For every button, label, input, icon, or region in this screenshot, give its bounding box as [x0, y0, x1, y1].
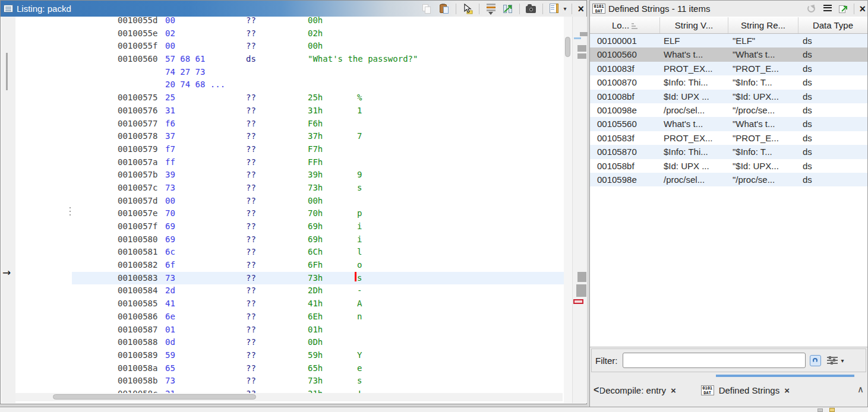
- listing-mnemonic: ??: [246, 182, 256, 195]
- listing-value: 6Ch: [308, 246, 323, 259]
- cell-repr: "$Info: T...: [733, 75, 772, 89]
- make-selection-icon[interactable]: [822, 3, 834, 15]
- cursor-location-icon[interactable]: [462, 3, 474, 15]
- listing-row[interactable]: 0010057837??37h7: [15, 130, 564, 143]
- cell-location: 001058bf: [597, 159, 635, 173]
- listing-bytes: 73: [165, 375, 175, 388]
- listing-row[interactable]: 0010057525??25h%: [15, 91, 564, 104]
- close-icon[interactable]: ×: [577, 4, 584, 14]
- diff-view-icon[interactable]: [502, 3, 514, 15]
- listing-row[interactable]: 001005866e??6Ehn: [15, 310, 564, 324]
- strings-titlebar[interactable]: 0101DAT Defined Strings - 11 items ×: [590, 1, 867, 17]
- table-row[interactable]: 00105560What's t..."What's t...ds: [590, 117, 867, 131]
- listing-row[interactable]: 0010057b39??39h9: [15, 169, 564, 182]
- listing-row[interactable]: 0010058373??73hs: [15, 272, 564, 285]
- overview-marker[interactable]: [574, 37, 581, 39]
- tab-decompile-entry[interactable]: Decompile: entry ×: [594, 385, 680, 395]
- listing-row[interactable]: 0010057f69??69hi: [15, 220, 564, 233]
- overview-cursor-marker[interactable]: [573, 299, 583, 304]
- listing-row[interactable]: 0010058701??01h: [15, 324, 564, 337]
- table-row[interactable]: 00105870$Info: Thi..."$Info: T...ds: [590, 145, 867, 159]
- listing-row[interactable]: 0010057aff??FFh: [15, 156, 564, 169]
- listing-row[interactable]: 0010057d00??00h: [15, 195, 564, 208]
- listing-row[interactable]: 0010058a65??65he: [15, 362, 564, 375]
- table-row[interactable]: 0010583fPROT_EX..."PROT_E...ds: [590, 131, 867, 145]
- column-label: String V...: [675, 20, 713, 30]
- listing-value: FFh: [308, 156, 323, 169]
- close-icon[interactable]: ×: [859, 4, 866, 14]
- snapshot-camera-icon[interactable]: [525, 3, 537, 15]
- listing-row[interactable]: 0010058069??69hi: [15, 233, 564, 246]
- listing-mnemonic: ??: [246, 220, 256, 233]
- export-icon[interactable]: [838, 4, 849, 14]
- listing-titlebar[interactable]: Listing: packd ▾ ×: [1, 1, 586, 17]
- overview-marker[interactable]: [580, 32, 588, 36]
- column-header-string-value[interactable]: String V...: [660, 17, 728, 33]
- listing-row[interactable]: 00100579f7??F7h: [15, 143, 564, 156]
- column-header-string-representation[interactable]: String Re...: [728, 17, 798, 33]
- overview-marker[interactable]: [577, 53, 586, 59]
- cell-repr: "What's t...: [733, 47, 775, 61]
- listing-row[interactable]: 001005842d??2Dh-: [15, 284, 564, 297]
- listing-display-options-icon[interactable]: [548, 3, 560, 15]
- table-row[interactable]: 0010083fPROT_EX..."PROT_E...ds: [590, 62, 867, 75]
- listing-bytes: 00: [165, 40, 175, 53]
- vertical-scrollbar-thumb[interactable]: [565, 37, 570, 57]
- table-row[interactable]: 001008bf$Id: UPX ..."$Id: UPX...ds: [590, 90, 867, 103]
- strings-table-body[interactable]: 00100001ELF"ELF"ds00100560What's t..."Wh…: [590, 34, 867, 186]
- listing-row[interactable]: 0010055f00??00h: [15, 40, 564, 53]
- paste-icon[interactable]: [438, 3, 450, 15]
- listing-row[interactable]: 001005816c??6Chl: [15, 246, 564, 259]
- listing-ascii: -: [357, 284, 362, 297]
- listing-mnemonic: ??: [246, 324, 256, 337]
- tab-defined-strings[interactable]: 0101DAT Defined Strings ×: [696, 385, 794, 395]
- overview-marker[interactable]: [577, 45, 586, 52]
- listing-horizontal-scrollbar[interactable]: [15, 393, 563, 401]
- cell-location: 00105560: [597, 117, 637, 131]
- listing-row[interactable]: 0010057631??31h1: [15, 104, 564, 118]
- filter-input[interactable]: [623, 353, 806, 368]
- diff-icon[interactable]: [485, 3, 497, 15]
- horizontal-scrollbar-thumb[interactable]: [53, 394, 256, 400]
- table-row[interactable]: 00100870$Info: Thi..."$Info: T...ds: [590, 75, 867, 89]
- listing-address: 0010055d: [118, 14, 157, 27]
- listing-row[interactable]: 0010058959??59hY: [15, 349, 564, 362]
- dropdown-caret-icon[interactable]: ▾: [841, 357, 844, 364]
- overview-marker[interactable]: [576, 284, 586, 297]
- table-row[interactable]: 0010098e/proc/sel..."/proc/se...ds: [590, 103, 867, 117]
- listing-row[interactable]: 0010055e02??02h: [15, 27, 564, 40]
- tab-close-icon[interactable]: ×: [784, 385, 790, 395]
- dropdown-caret-icon[interactable]: ▾: [563, 5, 566, 12]
- listing-value: 69h: [308, 220, 323, 233]
- table-row[interactable]: 001058bf$Id: UPX ..."$Id: UPX...ds: [590, 159, 867, 173]
- table-row[interactable]: 00100001ELF"ELF"ds: [590, 34, 867, 47]
- copy-icon[interactable]: [421, 3, 433, 15]
- column-header-location[interactable]: Lo...: [590, 17, 660, 33]
- refresh-icon[interactable]: [805, 3, 817, 15]
- listing-row[interactable]: 0010058b73??73hs: [15, 375, 564, 388]
- text-cursor: [355, 272, 356, 281]
- listing-row[interactable]: 0010057c73??73hs: [15, 182, 564, 195]
- listing-row[interactable]: 00100577f6??F6h: [15, 118, 564, 131]
- listing-row[interactable]: 0010058541??41hA: [15, 297, 564, 310]
- listing-row[interactable]: 0010057e70??70hp: [15, 207, 564, 220]
- listing-vertical-scrollbar[interactable]: [564, 17, 572, 403]
- filter-refresh-icon[interactable]: [810, 355, 821, 366]
- filter-settings-icon[interactable]: [827, 356, 838, 365]
- collapse-panel-icon[interactable]: ∧: [857, 384, 864, 395]
- listing-mnemonic: ??: [246, 259, 256, 272]
- field-divider-handle[interactable]: [70, 207, 71, 218]
- listing-overview-margin[interactable]: [572, 17, 587, 403]
- toolbar-separator: [456, 4, 456, 14]
- table-row[interactable]: 00100560What's t..."What's t...ds: [590, 47, 867, 61]
- overview-marker[interactable]: [577, 272, 586, 282]
- tab-scroll-left-icon[interactable]: <: [590, 384, 600, 397]
- cell-datatype: ds: [803, 47, 812, 61]
- column-header-data-type[interactable]: Data Type: [798, 17, 867, 33]
- listing-rows[interactable]: 0010055d00??00h0010055e02??02h0010055f00…: [15, 14, 564, 401]
- listing-row[interactable]: 001005826f??6Fho: [15, 259, 564, 272]
- listing-row[interactable]: 0010056057 68 6174 27 7320 74 68 ...ds"W…: [15, 53, 564, 91]
- table-row[interactable]: 0010598e/proc/sel..."/proc/se...ds: [590, 173, 867, 186]
- listing-row[interactable]: 001005880d??0Dh: [15, 336, 564, 349]
- tab-close-icon[interactable]: ×: [671, 385, 676, 395]
